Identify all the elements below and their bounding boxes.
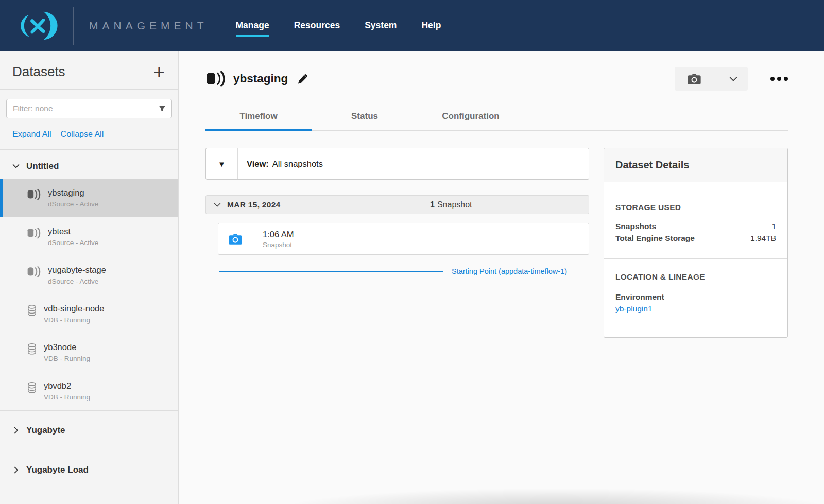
dsource-icon [27,266,41,278]
add-dataset-button[interactable]: + [153,64,165,80]
group-header-yugabyte[interactable]: Yugabyte [0,411,178,450]
dsource-icon [27,227,41,239]
nav-item-system[interactable]: System [365,20,397,32]
view-caret-cell[interactable]: ▼ [206,148,238,179]
starting-point-link[interactable]: Starting Point (appdata-timeflow-1) [452,267,567,275]
filter-wrap [6,99,172,118]
location-lineage-heading: LOCATION & LINEAGE [615,272,776,282]
snapshots-value: 1 [708,220,776,232]
nav-item-resources[interactable]: Resources [294,20,340,32]
snapshot-camera-icon [228,233,243,245]
view-label: View: [247,159,269,169]
more-actions-button[interactable] [770,77,788,81]
chevron-down-icon [214,201,221,208]
chevron-right-icon [12,427,20,434]
group-label: Untitled [26,161,59,171]
vdb-database-icon [27,381,37,394]
tree-item-yugabyte-stage[interactable]: yugabyte-stage dSource - Active [0,256,178,294]
tree-item-vdb-single-node[interactable]: vdb-single-node VDB - Running [0,294,178,333]
ellipsis-icon [784,77,788,81]
tree-item-ybtest[interactable]: ybtest dSource - Active [0,217,178,256]
sidebar-links: Expand All Collapse All [12,130,178,149]
chevron-right-icon [12,466,20,474]
navbar-divider [73,7,74,45]
tree-item-name: vdb-single-node [44,303,104,314]
tree-item-name: ybstaging [48,187,98,198]
tree-item-status: dSource - Active [48,238,98,247]
storage-used-heading: STORAGE USED [615,203,776,212]
top-navbar: MANAGEMENT Manage Resources System Help [0,0,824,51]
expand-all-link[interactable]: Expand All [12,130,52,139]
sidebar-header: Datasets + [0,51,178,90]
filter-funnel-icon[interactable] [158,105,166,113]
view-selector[interactable]: ▼ View: All snapshots [205,148,589,180]
dataset-tabs: Timeflow Status Configuration [205,111,788,131]
tree-item-status: dSource - Active [48,277,106,286]
dataset-details-panel: Dataset Details STORAGE USED Snapshots 1… [604,148,788,338]
snapshot-count: 1 [430,200,435,209]
tree-item-ybstaging[interactable]: ybstaging dSource - Active [0,179,178,217]
timeline: Starting Point (appdata-timeflow-1) [219,267,589,275]
filter-input[interactable] [6,99,172,118]
delphix-logo-icon [13,9,61,43]
snapshot-label: Snapshot [263,241,294,249]
tree-item-yb3node[interactable]: yb3node VDB - Running [0,333,178,372]
collapse-all-link[interactable]: Collapse All [61,130,104,139]
page-title: ybstaging [233,72,288,85]
caret-down-icon: ▼ [218,160,226,168]
environment-label: Environment [615,291,776,303]
tree-item-status: dSource - Active [48,200,98,208]
ellipsis-icon [777,77,781,81]
details-panel-title: Dataset Details [604,148,787,182]
snapshot-date-group[interactable]: MAR 15, 2024 1Snapshot [205,195,589,214]
tree-item-name: yb3node [44,342,90,352]
sidebar-title: Datasets [12,64,65,80]
tree-item-name: ybvdb2 [44,380,90,391]
group-label: Yugabyte Load [26,465,89,475]
group-label: Yugabyte [26,425,65,436]
tab-timeflow[interactable]: Timeflow [205,111,312,130]
group-header-yugabyte-load[interactable]: Yugabyte Load [0,450,178,490]
tree-item-status: VDB - Running [44,393,90,402]
tree-item-status: VDB - Running [44,354,90,363]
date-label: MAR 15, 2024 [227,200,281,210]
environment-link[interactable]: yb-plugin1 [615,303,653,315]
detail-row-snapshots: Snapshots 1 [615,220,776,232]
vdb-database-icon [27,304,37,317]
storage-used-section: STORAGE USED Snapshots 1 Total Engine St… [604,189,787,259]
nav-item-help[interactable]: Help [421,20,441,32]
tab-configuration[interactable]: Configuration [418,111,524,130]
snapshot-count-label: Snapshot [437,200,472,209]
location-lineage-section: LOCATION & LINEAGE Environment yb-plugin… [604,259,787,337]
chevron-down-icon [12,163,20,170]
ellipsis-icon [770,77,775,81]
total-engine-storage-value: 1.94TB [708,232,776,244]
snapshot-row[interactable]: 1:06 AM Snapshot [218,223,589,255]
snapshot-time: 1:06 AM [263,230,294,239]
details-substrip [604,182,787,189]
brand-title: MANAGEMENT [89,20,208,32]
pencil-icon [297,73,308,84]
tree-item-name: yugabyte-stage [48,265,106,275]
tree-item-name: ybtest [48,226,98,236]
dataset-header: ybstaging [205,67,788,91]
group-header-untitled[interactable]: Untitled [0,150,178,179]
take-snapshot-button[interactable] [675,67,748,91]
vdb-database-icon [27,343,37,356]
delphix-logo[interactable] [11,8,63,44]
nav-item-manage[interactable]: Manage [236,20,269,32]
dsource-icon [27,188,41,201]
tree-item-status: VDB - Running [44,316,104,324]
tab-status[interactable]: Status [312,111,418,130]
tree-item-ybvdb2[interactable]: ybvdb2 VDB - Running [0,372,178,410]
chevron-down-icon[interactable] [729,75,737,83]
timeflow-section: ▼ View: All snapshots MAR 15, 2024 1Snap… [205,148,589,275]
dataset-tree: Untitled ybstaging dSource - Active [0,149,178,490]
detail-row-total-engine-storage: Total Engine Storage 1.94TB [615,232,776,244]
view-value: All snapshots [272,159,323,169]
datasets-sidebar: Datasets + Expand All Collapse All Untit… [0,51,179,504]
main-content: ybstaging [179,51,824,504]
dsource-icon [205,71,226,88]
rename-dataset-button[interactable] [297,73,308,84]
timeline-line [219,271,443,272]
